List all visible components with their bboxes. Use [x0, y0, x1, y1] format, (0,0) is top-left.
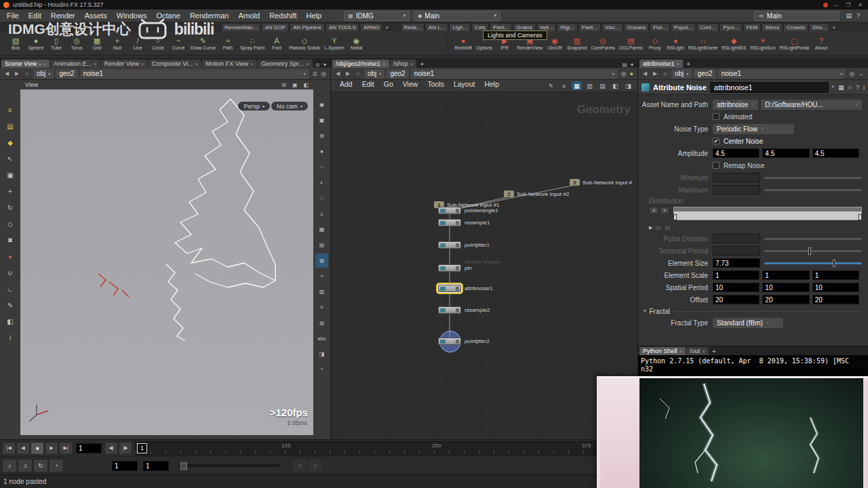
node-pointjitter2[interactable]: pointjitter2	[438, 338, 490, 345]
smooth-shade-icon[interactable]: ◐	[315, 176, 328, 190]
ramp-add-button[interactable]: +	[660, 207, 669, 214]
tool-rslightsun[interactable]: ☀ RSLightSun	[748, 37, 777, 50]
network-columns-icon[interactable]: ▥	[585, 81, 595, 90]
node-body[interactable]	[438, 264, 461, 272]
tool-curve[interactable]: ~ Curve	[168, 37, 189, 50]
tool-proxy[interactable]: ◇ Proxy	[645, 37, 665, 50]
parm-help-icon[interactable]: ?	[856, 84, 859, 91]
menubar-item[interactable]: Help	[302, 9, 327, 22]
viewport-info-icon[interactable]: i	[3, 331, 18, 344]
network-menu-item[interactable]: Add	[335, 80, 357, 92]
menubar-item[interactable]: Redshift	[264, 9, 301, 22]
sticky-note-icon[interactable]: ▤	[3, 119, 18, 133]
select-tool-icon[interactable]: ↖	[3, 152, 18, 165]
tool-snapshot[interactable]: ▥ Snapshot	[565, 37, 589, 50]
translate-tool-icon[interactable]: +	[3, 184, 18, 198]
tab-animation-editor[interactable]: Animation E... ▾ ×	[50, 60, 100, 68]
crumb-pin-icon[interactable]: ◎	[321, 70, 326, 77]
jump-end-button[interactable]: ▶|	[59, 442, 73, 455]
shelf-tab[interactable]: Oceans	[624, 23, 650, 31]
forward-button[interactable]: ▶	[651, 70, 659, 77]
node-body[interactable]	[438, 306, 461, 314]
shelf-tab[interactable]: Flui...	[650, 23, 670, 31]
frame-all-icon[interactable]: ⊞	[315, 129, 328, 143]
menubar-item[interactable]: Render	[46, 9, 80, 22]
pane-split-icon[interactable]: ▤	[622, 62, 627, 68]
fractal-section-header[interactable]: ▾ Fractal	[638, 306, 868, 317]
measure-icon[interactable]: ∟	[3, 282, 18, 296]
breadcrumb-net[interactable]: geo2	[387, 69, 408, 79]
tab-scene-view[interactable]: Scene View ▾ ×	[1, 60, 50, 68]
tool-box[interactable]: ▧ Box	[5, 37, 26, 50]
tool-about[interactable]: ? About	[811, 37, 831, 50]
forward-button[interactable]: ▶	[344, 70, 352, 77]
shelf-tab[interactable]: FEM	[743, 23, 762, 31]
close-tab-icon[interactable]: ×	[195, 61, 199, 67]
close-tab-icon[interactable]: ×	[141, 61, 144, 67]
parm-search-icon[interactable]: ○	[848, 84, 852, 91]
tool-path[interactable]: ≈ Path	[218, 37, 238, 50]
lock-selection-icon[interactable]: ▣	[3, 168, 18, 182]
tool-spray-paint[interactable]: ∴ Spray Paint	[238, 37, 267, 50]
play-reverse-button[interactable]: ◀	[16, 442, 30, 455]
audio-icon[interactable]: ♪	[2, 459, 17, 472]
back-button[interactable]: ◀	[3, 70, 11, 77]
persp-view-icon[interactable]: ◉	[315, 98, 328, 112]
ramp-delete-button[interactable]: ×	[649, 207, 658, 214]
close-tab-icon[interactable]: ×	[306, 61, 309, 67]
tool-platonic-solids[interactable]: ◇ Platonic Solids	[287, 37, 322, 50]
shelf-tab[interactable]: Pyro...	[719, 23, 742, 31]
camera-select-button[interactable]: No cam ▾	[271, 102, 308, 110]
breadcrumb-root[interactable]: obj ▾	[671, 69, 692, 79]
minimize-button[interactable]: —	[831, 2, 840, 8]
handle-tool-icon[interactable]: ✖	[3, 233, 18, 247]
viewport-grid-icon[interactable]: ⊞	[281, 82, 286, 88]
playback-range-slider[interactable]	[178, 464, 280, 467]
tool-font[interactable]: A Font	[267, 37, 287, 50]
menubar-item[interactable]: Edit	[24, 9, 46, 22]
network-menu-item[interactable]: View	[398, 80, 423, 92]
scale-tool-icon[interactable]: ◇	[3, 217, 18, 230]
menubar-item[interactable]: Arnold	[233, 9, 264, 22]
home-button[interactable]: ⌂	[23, 70, 31, 77]
node-pin[interactable]: pin	[438, 264, 472, 272]
tool-rslightportal[interactable]: ▢ RSLightPortal	[778, 37, 811, 50]
network-menu-item[interactable]: Tools	[422, 80, 449, 92]
node-body[interactable]	[438, 241, 461, 249]
element-size-slider[interactable]	[764, 262, 862, 264]
element-scale-field[interactable]: 1	[713, 270, 760, 280]
parm-info-icon[interactable]: i	[863, 84, 865, 91]
play-button[interactable]: ▶	[45, 442, 58, 455]
current-state-icon[interactable]: ●	[3, 249, 18, 263]
tab-geometry-spreadsheet[interactable]: Geometry Spr... ▾ ×	[258, 60, 313, 68]
menubar-item[interactable]: File	[2, 9, 24, 22]
tool-null[interactable]: + Null	[107, 37, 127, 50]
presets-gear-icon[interactable]: *	[832, 84, 835, 91]
breadcrumb-node[interactable]: noise1 ▾	[718, 69, 846, 79]
tab-attribnoise1[interactable]: attribnoise1 ×	[639, 60, 683, 68]
breadcrumb-root[interactable]: obj ▾	[364, 69, 384, 79]
ramp-handle[interactable]	[859, 214, 862, 220]
playhead[interactable]: 1	[137, 443, 147, 453]
display-options-icon[interactable]: *	[315, 363, 328, 377]
node-pointwrangle1[interactable]: pointwrangle1	[438, 207, 498, 214]
asset-name-select[interactable]: attribnoise ↕	[713, 100, 758, 110]
prev-frame-button[interactable]: ◀|	[104, 442, 118, 455]
tool-camparms[interactable]: ◎ CamParms	[589, 37, 617, 50]
pane-menu-icon[interactable]: ▾	[323, 62, 326, 68]
amplitude-field[interactable]: 4.5	[812, 148, 859, 158]
tool-torus[interactable]: ◎ Torus	[66, 37, 87, 50]
menubar-item[interactable]: Octane	[151, 9, 184, 22]
shelf-tab[interactable]: Rigi...	[557, 23, 577, 31]
node-attribnoise1[interactable]: attribnoise1	[438, 285, 492, 292]
tool-l-system[interactable]: Y L-System	[322, 37, 347, 50]
range-slider-handle[interactable]	[180, 462, 187, 470]
network-grid-icon[interactable]: ▦	[572, 81, 582, 90]
rotate-tool-icon[interactable]: ↻	[3, 201, 18, 214]
node-body[interactable]	[438, 338, 461, 345]
node-pointjitter1[interactable]: pointjitter1	[438, 241, 490, 249]
animated-checkbox[interactable]	[713, 113, 719, 120]
menubar-item[interactable]: Renderman	[185, 9, 233, 22]
element-scale-field[interactable]: 1	[812, 270, 859, 280]
breadcrumb-net[interactable]: geo2	[56, 69, 77, 79]
